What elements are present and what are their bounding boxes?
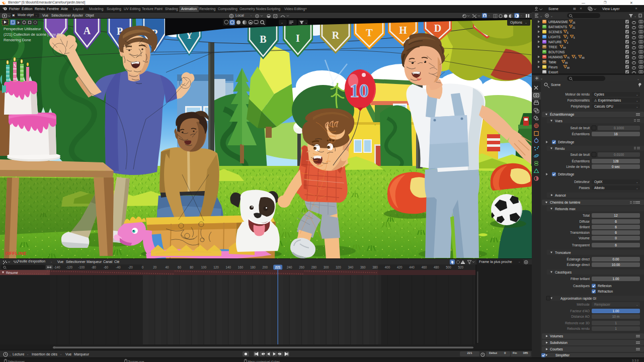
svg-text:340: 340 [348,265,354,269]
svg-text:-120: -120 [66,265,72,269]
svg-text:-100: -100 [78,265,85,269]
svg-text:Troncature: Troncature [555,251,571,254]
svg-text:OptiX: OptiX [594,180,603,184]
svg-text:Éclairage direct: Éclairage direct [567,257,590,261]
svg-text:R: R [332,30,340,41]
svg-text:40: 40 [166,265,170,269]
svg-text:500: 500 [446,265,451,269]
svg-text:Débruitage: Débruitage [558,140,575,144]
svg-text:Avancé: Avancé [555,194,566,197]
svg-text:Total: Total [583,214,590,217]
svg-text:Passes: Passes [579,186,590,190]
svg-text:240: 240 [287,265,292,269]
svg-text:360: 360 [360,265,366,269]
svg-text:⌄: ⌄ [637,77,639,80]
svg-text:460: 460 [422,265,427,269]
svg-text:0 sec: 0 sec [612,165,620,168]
svg-text:99: 99 [565,61,568,64]
svg-text:Moteur de rendu: Moteur de rendu [566,93,590,96]
svg-text:400: 400 [385,265,390,269]
svg-text:10.00: 10.00 [612,263,620,266]
svg-text:⌄: ⌄ [281,21,283,24]
svg-text:⌄: ⌄ [525,21,527,24]
svg-text:0: 0 [615,236,617,240]
svg-text:B: B [260,34,266,45]
svg-text:1: 1 [615,327,617,330]
svg-text:0: 0 [142,265,144,269]
svg-text:Simplifier: Simplifier [555,353,570,357]
svg-text:Rendu: Rendu [555,147,565,150]
svg-text:⌄: ⌄ [540,77,543,80]
svg-text:Subdivision: Subdivision [550,341,568,344]
svg-text:16: 16 [614,132,618,136]
svg-text:⌄: ⌄ [305,21,307,24]
svg-text:200: 200 [262,265,268,269]
svg-text:Chemins de lumière: Chemins de lumière [550,201,581,204]
svg-text:LIGHTS: LIGHTS [548,35,560,39]
svg-text:21: 21 [573,26,576,29]
svg-text:-40: -40 [116,265,121,269]
svg-text:54: 54 [563,46,566,49]
svg-text:520: 520 [458,265,464,269]
svg-text:380: 380 [372,265,378,269]
svg-text:Calculs GPU: Calculs GPU [594,105,613,108]
svg-text:80: 80 [190,265,194,269]
svg-text:128: 128 [613,159,618,163]
svg-text:Fonctionnalités: Fonctionnalités [568,99,590,102]
svg-text:Méthode: Méthode [577,303,590,306]
svg-text:Rebonds max: Rebonds max [555,207,576,211]
svg-text:140: 140 [225,265,231,269]
svg-text:Échantillons: Échantillons [572,159,590,163]
svg-text:Distance AO: Distance AO [571,315,590,318]
svg-text:(221) Collection de scène | Bo: (221) Collection de scène | Boy Rig [4,32,62,37]
svg-text:I: I [296,33,300,44]
svg-text:Caustiques: Caustiques [573,284,590,288]
svg-text:Perspective Utilisateur: Perspective Utilisateur [4,27,41,31]
svg-text:Diffuse: Diffuse [580,220,590,223]
svg-text:1.00: 1.00 [613,309,619,313]
svg-text:221: 221 [275,265,281,269]
svg-text:Table: Table [548,60,556,64]
svg-text:⌄: ⌄ [636,93,638,96]
svg-text:T: T [366,27,373,38]
svg-text:⚠ Expérimentales: ⚠ Expérimentales [594,99,621,103]
svg-text:100: 100 [201,265,207,269]
svg-text:1.00: 1.00 [613,277,619,281]
svg-text:1: 1 [615,321,617,325]
svg-text:160: 160 [238,265,244,269]
svg-text:Rebonds vue 3D: Rebonds vue 3D [565,321,590,325]
svg-text:H: H [399,25,407,36]
svg-text:Réfraction: Réfraction [598,290,613,293]
svg-text:BOUTONS: BOUTONS [548,50,565,54]
svg-text:480: 480 [434,265,439,269]
svg-text:-60: -60 [104,265,109,269]
svg-text:Périphérique: Périphérique [571,105,590,109]
svg-text:URBANISME: URBANISME [548,20,569,24]
svg-text:Transparent: Transparent [572,243,590,247]
svg-text:Réflexion: Réflexion [598,284,612,288]
svg-text:⌄: ⌄ [636,180,638,184]
svg-text:Albédo: Albédo [594,186,605,190]
svg-text:98: 98 [567,66,570,69]
svg-text:BATIMENTS: BATIMENTS [548,25,568,29]
svg-text:320: 320 [336,265,341,269]
svg-text:Approximation rapide GI: Approximation rapide GI [560,297,596,301]
svg-text:Échantillons: Échantillons [572,132,590,136]
svg-text:120: 120 [213,265,219,269]
svg-text:⌄: ⌄ [636,187,638,190]
svg-text:6: 6 [615,220,617,223]
svg-text:⌄: ⌄ [636,99,638,102]
svg-text:3: 3 [567,41,568,44]
svg-text:SCENES: SCENES [548,30,562,34]
svg-text:⌄: ⌄ [634,15,636,18]
svg-text:Filtrer brillant: Filtrer brillant [571,277,590,281]
svg-text:-20: -20 [128,265,133,269]
svg-text:Vues: Vues [555,119,562,123]
svg-text:280: 280 [311,265,317,269]
svg-text:Débruiteur: Débruiteur [574,180,590,184]
svg-text:Transmission: Transmission [570,231,590,234]
svg-text:Remplacer: Remplacer [594,303,611,307]
svg-text:Courbes: Courbes [550,347,563,351]
svg-text:Options: Options [510,21,523,25]
svg-text:5: 5 [575,56,577,59]
